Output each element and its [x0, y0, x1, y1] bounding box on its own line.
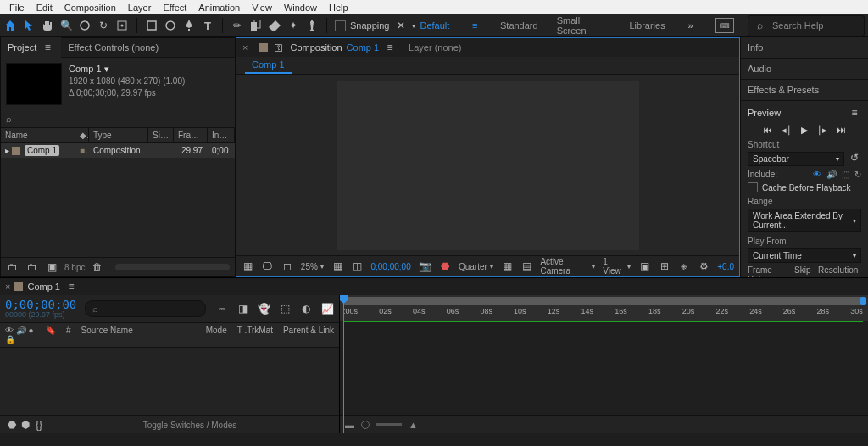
col-lock[interactable]: 🔖: [46, 326, 56, 344]
col-size[interactable]: Size: [148, 128, 174, 142]
menu-help[interactable]: Help: [323, 1, 354, 14]
range-select[interactable]: Work Area Extended By Current...▾: [748, 209, 861, 232]
timeline-icon[interactable]: ▤: [520, 259, 532, 273]
last-frame-icon[interactable]: ⏭: [837, 125, 846, 136]
loop-icon[interactable]: ↻: [854, 170, 861, 179]
pixel-ratio-icon[interactable]: ▣: [638, 259, 650, 273]
timeline-navigator[interactable]: ▬ ▲: [340, 415, 868, 433]
eraser-tool-icon[interactable]: [268, 19, 281, 32]
comp-tab[interactable]: ⚿ Composition Comp 1 ≡: [253, 37, 403, 58]
snapping-options-icon[interactable]: ✕: [394, 19, 408, 32]
tab-project[interactable]: Project ≡: [1, 37, 61, 58]
fast-preview-icon[interactable]: ▦: [501, 259, 513, 273]
menu-file[interactable]: File: [3, 1, 31, 14]
panel-menu-icon[interactable]: ≡: [41, 41, 54, 54]
comp-thumbnail[interactable]: [6, 63, 62, 105]
zoom-tool-icon[interactable]: 🔍: [59, 19, 73, 32]
channel-icon[interactable]: ⬣: [439, 259, 451, 273]
roi-icon[interactable]: ◫: [351, 259, 363, 273]
workspace-default[interactable]: Default: [420, 20, 450, 31]
timeline-tab[interactable]: Comp 1: [27, 282, 60, 292]
effects-panel[interactable]: Effects & Presets: [741, 80, 868, 101]
resolution-icon[interactable]: ▦: [331, 259, 343, 273]
anchor-tool-icon[interactable]: [115, 19, 129, 32]
new-folder-icon[interactable]: 🗀: [25, 260, 39, 274]
col-mode[interactable]: Mode: [206, 326, 227, 344]
frame-blend-icon[interactable]: ⬚: [278, 302, 292, 315]
nav-comp-link[interactable]: Comp 1: [245, 57, 292, 74]
col-source[interactable]: Source Name: [81, 326, 196, 344]
timeline-timecode[interactable]: 0;00;00;00: [5, 298, 76, 310]
selection-tool-icon[interactable]: [22, 19, 36, 32]
cache-checkbox[interactable]: Cache Before Playback: [748, 182, 861, 192]
col-parent[interactable]: Parent & Link: [283, 326, 334, 344]
keyboard-icon[interactable]: ⌨: [715, 18, 734, 33]
clone-tool-icon[interactable]: [249, 19, 263, 32]
composition-viewer[interactable]: [236, 75, 739, 255]
include-audio-icon[interactable]: 🔊: [826, 170, 837, 179]
snapshot-icon[interactable]: 📷: [419, 259, 431, 273]
comp-mini-flowchart-icon[interactable]: ⎓: [214, 302, 228, 315]
menu-animation[interactable]: Animation: [192, 1, 246, 14]
always-preview-icon[interactable]: ▦: [242, 259, 253, 273]
composition-canvas[interactable]: [337, 81, 639, 250]
workspace-libraries[interactable]: Libraries: [630, 20, 665, 31]
3d-icon[interactable]: ⎈: [678, 259, 690, 273]
playhead[interactable]: [343, 295, 344, 433]
close-tab-icon[interactable]: ×: [236, 39, 253, 56]
roto-tool-icon[interactable]: ✦: [287, 19, 300, 32]
include-video-icon[interactable]: 👁: [813, 170, 821, 179]
workspace-menu-icon[interactable]: ≡: [468, 19, 481, 32]
workspace-standard[interactable]: Standard: [500, 20, 538, 31]
home-icon[interactable]: [3, 19, 17, 32]
draft-3d-icon[interactable]: ◨: [236, 302, 249, 315]
exposure[interactable]: +0.0: [717, 262, 734, 271]
menu-window[interactable]: Window: [278, 1, 323, 14]
project-search[interactable]: ⌕: [1, 110, 235, 127]
brush-tool-icon[interactable]: ✏: [231, 19, 244, 32]
panel-menu-icon[interactable]: ≡: [64, 280, 78, 293]
audio-panel[interactable]: Audio: [741, 59, 868, 80]
switches-icon[interactable]: ⬣: [5, 418, 19, 432]
bpc-toggle[interactable]: 8 bpc: [64, 263, 85, 272]
project-row[interactable]: ▸Comp 1 ■ Composition 29.97 0;00: [1, 143, 235, 158]
pen-tool-icon[interactable]: [182, 19, 196, 32]
playfrom-select[interactable]: Current Time▾: [748, 248, 861, 263]
col-tag[interactable]: ◆: [75, 128, 89, 142]
resolution-select[interactable]: Quarter▾: [459, 262, 493, 271]
transparency-grid-icon[interactable]: 🖵: [261, 259, 273, 273]
timeline-search[interactable]: ⌕: [85, 300, 206, 317]
toggle-switches[interactable]: Toggle Switches / Modes: [46, 421, 334, 430]
type-tool-icon[interactable]: T: [201, 19, 214, 32]
mask-icon[interactable]: ◻: [281, 259, 293, 273]
menu-edit[interactable]: Edit: [31, 1, 58, 14]
play-icon[interactable]: ▶: [801, 125, 808, 136]
menu-effect[interactable]: Effect: [157, 1, 192, 14]
graph-editor-icon[interactable]: 📈: [320, 302, 334, 315]
renderer-icon[interactable]: ⚙: [698, 259, 709, 273]
project-scrollbar[interactable]: [115, 264, 230, 270]
delete-icon[interactable]: 🗑: [91, 260, 104, 274]
col-name[interactable]: Name: [1, 128, 75, 142]
rectangle-tool-icon[interactable]: [145, 19, 159, 32]
new-comp-icon[interactable]: ▣: [45, 260, 58, 274]
puppet-tool-icon[interactable]: [305, 19, 319, 32]
current-time[interactable]: 0;00;00;00: [370, 262, 410, 271]
tab-effect-controls[interactable]: Effect Controls (none): [61, 39, 165, 56]
in-out-icon[interactable]: {}: [32, 418, 46, 432]
help-search[interactable]: ⌕ Search Help: [748, 15, 865, 36]
panel-menu-icon[interactable]: ≡: [383, 41, 397, 54]
snapping-toggle[interactable]: Snapping ✕ ▾: [335, 19, 415, 32]
col-framerate[interactable]: Frame R...: [174, 128, 208, 142]
panel-menu-icon[interactable]: ≡: [848, 106, 861, 120]
guides-icon[interactable]: ⊞: [658, 259, 670, 273]
col-inpoint[interactable]: In Point: [208, 128, 235, 142]
modes-icon[interactable]: ⬢: [19, 418, 32, 432]
col-type[interactable]: Type: [89, 128, 148, 142]
shortcut-select[interactable]: Spacebar▾: [748, 152, 844, 166]
menu-layer[interactable]: Layer: [122, 1, 158, 14]
next-frame-icon[interactable]: ∣▸: [817, 125, 827, 136]
orbit-tool-icon[interactable]: [78, 19, 92, 32]
motion-blur-icon[interactable]: ◐: [299, 302, 313, 315]
timeline-track-area[interactable]: :00s02s04s06s 08s10s12s14s 16s18s20s22s …: [340, 295, 868, 433]
